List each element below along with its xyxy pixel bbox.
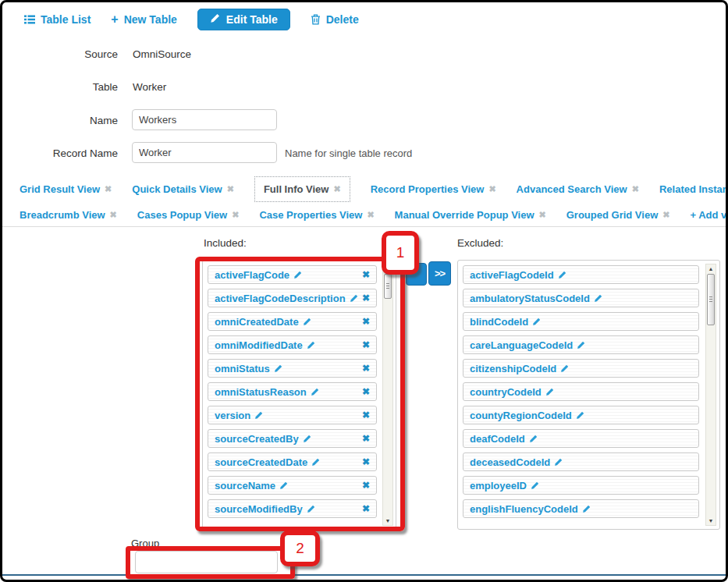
excluded-field-item[interactable]: englishFluencyCodeId (463, 499, 699, 518)
view-tab[interactable]: Cases Popup View ✖ (137, 209, 240, 221)
field-name: sourceCreatedDate (215, 456, 307, 468)
excluded-field-item[interactable]: deafCodeId (463, 429, 699, 448)
excluded-field-item[interactable]: countyRegionCodeId (463, 406, 699, 424)
remove-field-icon[interactable]: ✖ (362, 293, 370, 303)
remove-field-icon[interactable]: ✖ (362, 386, 370, 397)
remove-field-icon[interactable]: ✖ (362, 433, 370, 444)
included-field-item[interactable]: version ✖ (208, 406, 377, 424)
edit-pencil-icon[interactable] (532, 318, 541, 326)
edit-pencil-icon[interactable] (254, 411, 263, 420)
included-field-item[interactable]: omniCreatedDate ✖ (208, 312, 377, 331)
included-field-item[interactable]: activeFlagCode ✖ (208, 265, 377, 284)
table-list-button[interactable]: Table List (24, 13, 91, 26)
remove-field-icon[interactable]: ✖ (362, 269, 370, 280)
edit-pencil-icon[interactable] (560, 364, 569, 373)
remove-field-icon[interactable]: ✖ (362, 480, 370, 491)
edit-pencil-icon[interactable] (576, 411, 584, 420)
name-input[interactable] (132, 109, 277, 130)
included-field-item[interactable]: omniStatus ✖ (208, 359, 377, 378)
excluded-scrollbar[interactable]: ▲ ▼ (705, 264, 716, 526)
remove-view-icon[interactable]: ✖ (333, 184, 340, 194)
included-field-item[interactable]: activeFlagCodeDescription ✖ (208, 289, 377, 307)
edit-pencil-icon[interactable] (529, 435, 538, 443)
add-view-button[interactable]: + Add view ▼ (690, 209, 728, 221)
field-name: sourceModifiedBy (215, 503, 303, 515)
remove-field-icon[interactable]: ✖ (362, 316, 370, 327)
edit-pencil-icon[interactable] (307, 341, 315, 350)
remove-view-icon[interactable]: ✖ (367, 210, 374, 220)
edit-pencil-icon[interactable] (594, 294, 602, 303)
view-tab[interactable]: Quick Details View ✖ (132, 183, 234, 195)
remove-field-icon[interactable]: ✖ (362, 456, 370, 467)
remove-field-icon[interactable]: ✖ (362, 339, 370, 350)
scroll-up-icon[interactable]: ▲ (706, 264, 716, 273)
scrollbar-thumb[interactable] (384, 274, 392, 299)
move-left-button[interactable] (406, 263, 427, 286)
edit-pencil-icon[interactable] (531, 481, 539, 490)
remove-view-icon[interactable]: ✖ (110, 210, 117, 220)
edit-pencil-icon[interactable] (303, 318, 311, 326)
excluded-field-item[interactable]: employeeID (463, 476, 699, 495)
field-name: citizenshipCodeId (470, 363, 556, 374)
remove-field-icon[interactable]: ✖ (362, 363, 370, 374)
view-tab[interactable]: Manual Override Popup View ✖ (395, 209, 546, 221)
view-tab[interactable]: Breadcrumb View ✖ (20, 209, 117, 221)
view-tab[interactable]: Advanced Search View ✖ (517, 183, 639, 195)
excluded-field-item[interactable]: citizenshipCodeId (463, 359, 699, 378)
edit-pencil-icon[interactable] (582, 505, 591, 513)
remove-view-icon[interactable]: ✖ (539, 210, 546, 220)
edit-pencil-icon[interactable] (350, 294, 358, 303)
excluded-field-item[interactable]: countryCodeId (463, 382, 699, 401)
edit-table-button[interactable]: Edit Table (197, 9, 290, 30)
included-field-item[interactable]: omniStatusReason ✖ (208, 382, 377, 401)
edit-pencil-icon[interactable] (577, 341, 585, 350)
view-tab[interactable]: Record Properties View ✖ (371, 183, 496, 195)
remove-view-icon[interactable]: ✖ (488, 184, 495, 194)
table-label: Table (2, 81, 118, 93)
edit-pencil-icon[interactable] (303, 435, 311, 443)
move-right-button[interactable]: >> (428, 261, 451, 286)
included-field-item[interactable]: sourceCreatedDate ✖ (208, 452, 377, 471)
view-tab[interactable]: Grid Result View ✖ (20, 183, 112, 195)
view-tab[interactable]: Case Properties View ✖ (259, 209, 374, 221)
edit-pencil-icon[interactable] (293, 271, 302, 279)
edit-pencil-icon[interactable] (311, 458, 320, 467)
edit-pencil-icon[interactable] (554, 458, 563, 467)
scroll-down-icon[interactable]: ▼ (706, 516, 716, 525)
included-field-item[interactable]: sourceCreatedBy ✖ (208, 429, 377, 448)
edit-pencil-icon[interactable] (311, 388, 319, 396)
scrollbar-thumb[interactable] (707, 274, 715, 325)
edit-pencil-icon[interactable] (274, 364, 282, 373)
excluded-field-item[interactable]: deceasedCodeId (463, 452, 699, 471)
scroll-down-icon[interactable]: ▼ (383, 516, 392, 525)
view-tab[interactable]: Grouped Grid View ✖ (566, 209, 670, 221)
view-tab-selected[interactable]: Full Info View ✖ (254, 176, 350, 202)
remove-view-icon[interactable]: ✖ (105, 184, 112, 194)
edit-pencil-icon[interactable] (545, 388, 554, 396)
excluded-field-item[interactable]: ambulatoryStatusCodeId (463, 289, 699, 307)
group-input[interactable] (135, 551, 278, 573)
excluded-field-item[interactable]: activeFlagCodeId (463, 265, 699, 284)
remove-view-icon[interactable]: ✖ (662, 210, 669, 220)
excluded-field-item[interactable]: careLanguageCodeId (463, 335, 699, 354)
field-name: blindCodeId (470, 316, 528, 328)
remove-view-icon[interactable]: ✖ (632, 184, 639, 194)
remove-view-icon[interactable]: ✖ (227, 184, 234, 194)
scroll-up-icon[interactable]: ▲ (383, 264, 392, 273)
included-scrollbar[interactable]: ▲ ▼ (382, 264, 393, 526)
excluded-label: Excluded: (457, 237, 503, 249)
delete-button[interactable]: Delete (311, 13, 359, 26)
included-field-item[interactable]: omniModifiedDate ✖ (208, 335, 377, 354)
excluded-field-item[interactable]: blindCodeId (463, 312, 699, 331)
view-tab[interactable]: Related Instances View ✖ (659, 183, 728, 195)
edit-pencil-icon[interactable] (279, 481, 288, 490)
remove-field-icon[interactable]: ✖ (362, 503, 370, 514)
record-name-input[interactable] (132, 142, 277, 163)
remove-field-icon[interactable]: ✖ (362, 410, 370, 421)
included-field-item[interactable]: sourceModifiedBy ✖ (208, 499, 377, 518)
edit-pencil-icon[interactable] (558, 271, 566, 279)
new-table-button[interactable]: + New Table (111, 13, 177, 26)
edit-pencil-icon[interactable] (307, 505, 315, 513)
included-field-item[interactable]: sourceName ✖ (208, 476, 377, 495)
remove-view-icon[interactable]: ✖ (232, 210, 239, 220)
